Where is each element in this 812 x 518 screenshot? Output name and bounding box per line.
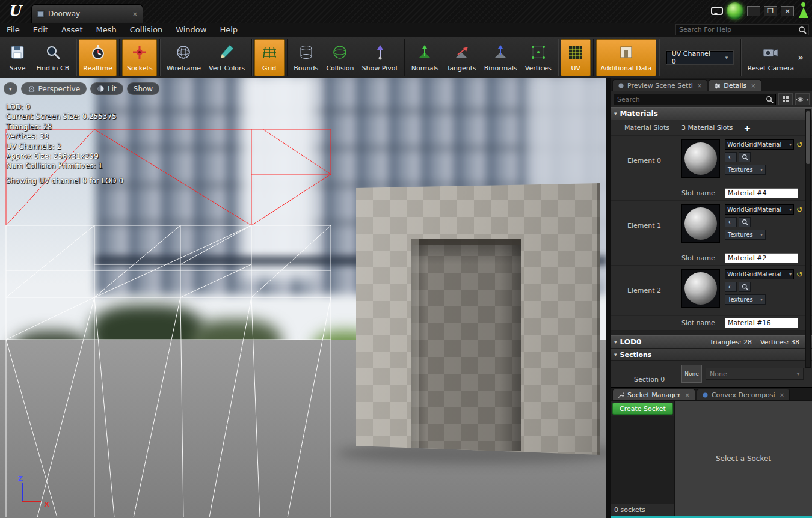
close-icon[interactable]: ×	[697, 82, 702, 89]
wireframe-toggle-button[interactable]: Wireframe	[162, 39, 205, 76]
uv-toggle-button[interactable]: UV	[561, 39, 591, 76]
viewport[interactable]: ▾ Perspective Lit Show LOD: 0 Current Sc…	[0, 78, 606, 518]
details-search-input[interactable]	[614, 96, 766, 103]
stat-screen-size: Current Screen Size: 0.255375	[6, 112, 123, 121]
perspective-icon	[28, 85, 35, 93]
help-search-input[interactable]	[676, 26, 798, 34]
tangents-toggle-button[interactable]: Tangents	[443, 39, 480, 76]
scrollbar-thumb[interactable]	[806, 111, 810, 164]
slot-name-input[interactable]	[725, 253, 798, 263]
toolbar-separator	[287, 39, 288, 76]
show-dropdown[interactable]: Show	[127, 82, 159, 95]
show-pivot-toggle-button[interactable]: Show Pivot	[358, 39, 402, 76]
material-thumbnail[interactable]	[681, 269, 720, 308]
menu-item-collision[interactable]: Collision	[123, 25, 169, 34]
lod0-section-header[interactable]: ▾ LOD0 Triangles: 28 Vertices: 38	[611, 335, 812, 349]
section-material-thumb[interactable]: None	[681, 365, 702, 383]
grid-toggle-button[interactable]: Grid	[254, 39, 285, 76]
perspective-dropdown[interactable]: Perspective	[21, 82, 87, 95]
material-asset-dropdown[interactable]: WorldGridMaterial▾	[725, 269, 794, 279]
slot-name-input[interactable]	[725, 318, 798, 328]
vert-colors-toggle-button[interactable]: Vert Colors	[205, 39, 249, 76]
use-selected-asset-button[interactable]: ←	[725, 282, 737, 292]
close-icon[interactable]: ×	[780, 392, 784, 398]
details-scrollbar[interactable]	[805, 109, 811, 368]
use-selected-asset-button[interactable]: ←	[725, 217, 737, 227]
close-button[interactable]: ×	[781, 6, 794, 16]
additional-data-toggle-button[interactable]: Additional Data	[596, 39, 656, 76]
textures-dropdown[interactable]: Textures▾	[725, 294, 766, 305]
menu-item-help[interactable]: Help	[213, 25, 244, 34]
details-search-box[interactable]	[614, 94, 776, 105]
tab-socket-manager[interactable]: Socket Manager ×	[612, 389, 695, 400]
visibility-filter-button[interactable]: ▾	[795, 93, 810, 105]
asset-tab-title: Doorway	[48, 10, 80, 18]
feedback-bubble-icon[interactable]	[711, 7, 723, 15]
uv-channel-note: Showing UV channel 0 for LOD 0	[6, 176, 123, 186]
normals-toggle-button[interactable]: Normals	[407, 39, 443, 76]
material-sphere-preview	[684, 142, 717, 175]
use-selected-asset-button[interactable]: ←	[725, 152, 737, 162]
find-in-cb-button[interactable]: Find in CB	[32, 39, 73, 76]
close-icon[interactable]: ×	[751, 82, 755, 89]
vertices-toggle-button[interactable]: Vertices	[521, 39, 555, 76]
menu-item-asset[interactable]: Asset	[55, 25, 90, 34]
uv-channel-dropdown[interactable]: UV Channel 0 ▾	[666, 51, 734, 64]
menu-item-edit[interactable]: Edit	[26, 25, 55, 34]
menu-item-mesh[interactable]: Mesh	[90, 25, 123, 34]
lit-mode-dropdown[interactable]: Lit	[90, 82, 123, 95]
axis-x-line	[22, 501, 41, 502]
chevron-down-icon: ▾	[760, 297, 763, 302]
reset-to-default-icon[interactable]: ↺	[796, 206, 803, 213]
menu-item-file[interactable]: File	[0, 25, 26, 34]
slot-name-row: Slot name	[611, 186, 812, 201]
textures-dropdown[interactable]: Textures▾	[725, 230, 766, 240]
tab-preview-scene-settings[interactable]: Preview Scene Setti ×	[612, 79, 707, 91]
create-socket-button[interactable]: Create Socket	[612, 403, 673, 415]
browse-to-asset-button[interactable]	[739, 152, 751, 162]
sockets-toggle-button[interactable]: Sockets	[122, 39, 157, 76]
menu-item-window[interactable]: Window	[169, 25, 213, 34]
maximize-button[interactable]: ❐	[764, 6, 777, 16]
minimize-button[interactable]: ─	[747, 6, 760, 16]
socket-list-panel: Create Socket 0 sockets	[611, 401, 675, 516]
viewport-options-dropdown[interactable]: ▾	[4, 82, 17, 95]
browse-to-asset-button[interactable]	[739, 282, 751, 292]
materials-section-header[interactable]: ▾ Materials	[611, 107, 812, 120]
slot-name-input[interactable]	[725, 188, 798, 198]
reset-to-default-icon[interactable]: ↺	[796, 141, 803, 148]
reset-to-default-icon[interactable]: ↺	[796, 270, 803, 278]
tab-convex-decomposition[interactable]: Convex Decomposi ×	[697, 389, 790, 400]
add-material-slot-button[interactable]: +	[744, 123, 751, 133]
collision-toggle-button[interactable]: Collision	[322, 39, 358, 76]
material-thumbnail[interactable]	[681, 139, 720, 178]
save-button[interactable]: Save	[2, 39, 32, 76]
section-material-dropdown[interactable]: None ▾	[706, 368, 804, 380]
browse-to-asset-button[interactable]	[739, 217, 751, 227]
socket-count-label: 0 sockets	[611, 504, 674, 516]
close-icon[interactable]: ×	[685, 392, 690, 398]
wrench-icon	[618, 392, 624, 398]
sections-section-header[interactable]: ▾ Sections	[611, 349, 812, 361]
tab-details[interactable]: Details ×	[709, 79, 761, 91]
toolbar-separator	[251, 39, 252, 76]
realtime-toggle-button[interactable]: Realtime	[79, 39, 117, 76]
chevron-down-icon: ▾	[725, 55, 728, 61]
material-element-row: Element 2 WorldGridMaterial▾ ↺ ← Texture…	[611, 266, 812, 316]
material-asset-dropdown[interactable]: WorldGridMaterial▾	[725, 204, 794, 215]
material-thumbnail[interactable]	[681, 204, 720, 243]
material-asset-dropdown[interactable]: WorldGridMaterial▾	[725, 139, 794, 150]
toolbar-overflow-chevron[interactable]: »	[798, 52, 804, 63]
binormals-toggle-button[interactable]: Binormals	[480, 39, 521, 76]
help-search-box[interactable]	[675, 24, 809, 35]
socket-manager-body: Create Socket 0 sockets Select a Socket	[611, 400, 812, 516]
launch-orb-icon[interactable]	[727, 2, 743, 19]
textures-dropdown[interactable]: Textures▾	[725, 165, 766, 175]
bounds-toggle-button[interactable]: Bounds	[290, 39, 322, 76]
view-options-grid-button[interactable]	[778, 93, 793, 105]
asset-tab-doorway[interactable]: Doorway ×	[31, 4, 143, 23]
expand-arrow-icon: ▾	[614, 111, 617, 117]
socket-list[interactable]	[611, 416, 674, 504]
tab-close-icon[interactable]: ×	[132, 10, 138, 18]
reset-camera-button[interactable]: Reset Camera	[743, 39, 798, 76]
